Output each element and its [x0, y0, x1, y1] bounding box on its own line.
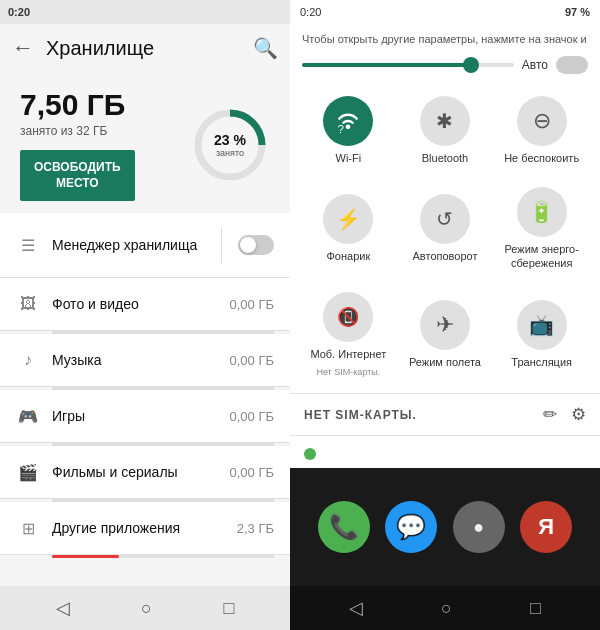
tile-cast[interactable]: 📺 Трансляция: [495, 282, 588, 385]
games-icon: 🎮: [16, 404, 40, 428]
airplane-label: Режим полета: [409, 356, 481, 369]
tile-flashlight[interactable]: ⚡ Фонарик: [302, 177, 395, 277]
right-back-nav[interactable]: ◁: [349, 597, 363, 619]
tile-battery-saver[interactable]: 🔋 Режим энерго-сбережения: [495, 177, 588, 277]
airplane-icon: ✈: [420, 300, 470, 350]
mobile-data-icon: 📵: [323, 292, 373, 342]
movies-icon: 🎬: [16, 460, 40, 484]
item-label: Игры: [52, 408, 218, 424]
storage-summary: 7,50 ГБ занято из 32 ГБ ОСВОБОДИТЬМЕСТО …: [0, 72, 290, 213]
cast-icon: 📺: [517, 300, 567, 350]
list-item[interactable]: 🎬 Фильмы и сериалы 0,00 ГБ: [0, 446, 290, 502]
tile-dnd[interactable]: ⊖ Не беспокоить: [495, 86, 588, 173]
bluetooth-label: Bluetooth: [422, 152, 468, 165]
tile-wifi[interactable]: ? Wi-Fi: [302, 86, 395, 173]
page-title: Хранилище: [46, 37, 241, 60]
autorotate-icon: ↺: [420, 194, 470, 244]
flashlight-icon: ⚡: [323, 194, 373, 244]
right-home-nav[interactable]: ○: [441, 598, 452, 619]
item-label: Фильмы и сериалы: [52, 464, 218, 480]
left-nav-bar: ◁ ○ □: [0, 586, 290, 630]
list-item[interactable]: ⊞ Другие приложения 2,3 ГБ: [0, 502, 290, 558]
dnd-label: Не беспокоить: [504, 152, 579, 165]
photo-icon: 🖼: [16, 292, 40, 316]
music-icon: ♪: [16, 348, 40, 372]
quick-settings-hint: Чтобы открыть другие параметры, нажмите …: [290, 24, 600, 52]
donut-percent: 23 %: [214, 132, 246, 148]
dnd-icon: ⊖: [517, 96, 567, 146]
menu-icon: ☰: [16, 233, 40, 257]
sim-icons: ✏ ⚙: [543, 404, 586, 425]
messages-app-icon[interactable]: 💬: [385, 501, 437, 553]
battery-saver-label: Режим энерго-сбережения: [499, 243, 584, 269]
auto-brightness-toggle[interactable]: [556, 56, 588, 74]
item-value: 0,00 ГБ: [230, 409, 274, 424]
phone-app-icon[interactable]: 📞: [318, 501, 370, 553]
storage-sub: занято из 32 ГБ: [20, 124, 135, 138]
right-recent-nav[interactable]: □: [530, 598, 541, 619]
brightness-thumb[interactable]: [463, 57, 479, 73]
tile-mobile-data[interactable]: 📵 Моб. Интернет Нет SIM-карты.: [302, 282, 395, 385]
item-value: 2,3 ГБ: [237, 521, 274, 536]
list-item[interactable]: ☰ Менеджер хранилища: [0, 213, 290, 278]
donut-chart: 23 % занято: [190, 105, 270, 185]
sim-bar: НЕТ SIM-КАРТЫ. ✏ ⚙: [290, 393, 600, 436]
yandex-app-icon[interactable]: Я: [520, 501, 572, 553]
item-label: Менеджер хранилища: [52, 237, 205, 253]
right-status-bar: 0:20 97 %: [290, 0, 600, 24]
apps-icon: ⊞: [16, 516, 40, 540]
item-label: Музыка: [52, 352, 218, 368]
autorotate-label: Автоповорот: [413, 250, 478, 263]
recent-nav-button[interactable]: □: [223, 598, 234, 619]
left-panel: 0:20 ← Хранилище 🔍 7,50 ГБ занято из 32 …: [0, 0, 290, 630]
flashlight-label: Фонарик: [326, 250, 370, 263]
list-item[interactable]: 🎮 Игры 0,00 ГБ: [0, 390, 290, 446]
donut-sub: занято: [214, 148, 246, 158]
home-nav-button[interactable]: ○: [141, 598, 152, 619]
back-icon[interactable]: ←: [12, 35, 34, 61]
item-value: 0,00 ГБ: [230, 465, 274, 480]
search-icon[interactable]: 🔍: [253, 36, 278, 60]
mobile-data-label: Моб. Интернет: [310, 348, 386, 361]
back-nav-button[interactable]: ◁: [56, 597, 70, 619]
item-value: 0,00 ГБ: [230, 297, 274, 312]
left-status-bar: 0:20: [0, 0, 290, 24]
tile-airplane[interactable]: ✈ Режим полета: [399, 282, 492, 385]
right-panel: 0:20 97 % Чтобы открыть другие параметры…: [290, 0, 600, 630]
green-dot-row: [290, 440, 600, 468]
bottom-apps-bar: 📞 💬 ● Я: [290, 468, 600, 586]
right-time: 0:20: [300, 6, 321, 18]
settings-icon[interactable]: ⚙: [571, 404, 586, 425]
green-dot: [304, 448, 316, 460]
list-item[interactable]: 🖼 Фото и видео 0,00 ГБ: [0, 278, 290, 334]
brightness-slider[interactable]: [302, 63, 514, 67]
free-space-button[interactable]: ОСВОБОДИТЬМЕСТО: [20, 150, 135, 201]
item-label: Фото и видео: [52, 296, 218, 312]
camera-app-icon[interactable]: ●: [453, 501, 505, 553]
mobile-data-sublabel: Нет SIM-карты.: [316, 367, 380, 377]
storage-amount: 7,50 ГБ: [20, 88, 135, 122]
wifi-icon: ?: [323, 96, 373, 146]
edit-icon[interactable]: ✏: [543, 404, 557, 425]
tile-autorotate[interactable]: ↺ Автоповорот: [399, 177, 492, 277]
svg-point-2: [346, 125, 351, 130]
left-toolbar: ← Хранилище 🔍: [0, 24, 290, 72]
battery-pct: 97 %: [565, 6, 590, 18]
menu-list: ☰ Менеджер хранилища 🖼 Фото и видео 0,00…: [0, 213, 290, 586]
sim-label: НЕТ SIM-КАРТЫ.: [304, 408, 543, 422]
item-label: Другие приложения: [52, 520, 225, 536]
bluetooth-icon: ✱: [420, 96, 470, 146]
battery-saver-icon: 🔋: [517, 187, 567, 237]
battery-indicator: 97 %: [565, 6, 590, 18]
item-value: 0,00 ГБ: [230, 353, 274, 368]
list-item[interactable]: ♪ Музыка 0,00 ГБ: [0, 334, 290, 390]
quick-tiles: ? Wi-Fi ✱ Bluetooth ⊖ Не беспокоить ⚡ Фо…: [290, 82, 600, 389]
auto-label: Авто: [522, 58, 548, 72]
svg-text:?: ?: [338, 122, 345, 135]
donut-label: 23 % занято: [214, 132, 246, 158]
tile-bluetooth[interactable]: ✱ Bluetooth: [399, 86, 492, 173]
left-time: 0:20: [8, 6, 30, 18]
cast-label: Трансляция: [511, 356, 572, 369]
right-nav-bar: ◁ ○ □: [290, 586, 600, 630]
storage-manager-toggle[interactable]: [238, 235, 274, 255]
